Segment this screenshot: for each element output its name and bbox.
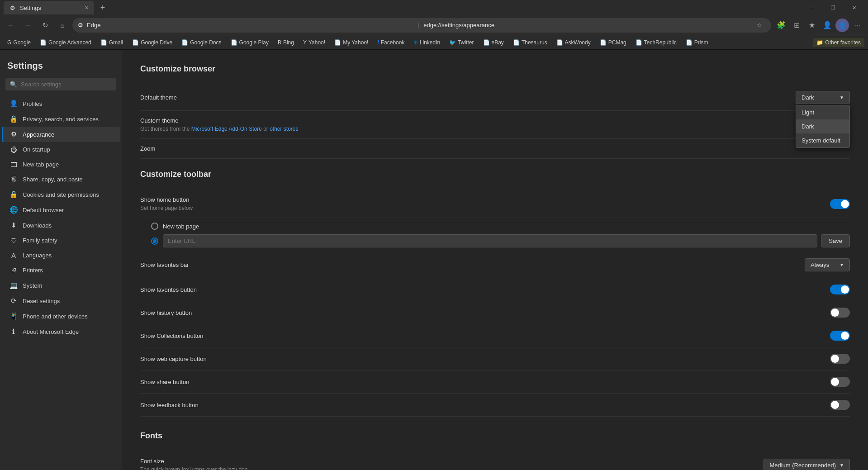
new-tab-button[interactable]: + — [96, 1, 109, 14]
restore-button[interactable]: ❐ — [823, 0, 844, 15]
home-button[interactable]: ⌂ — [55, 18, 70, 33]
bookmark-gmail[interactable]: 📄 Gmail — [97, 38, 127, 47]
search-settings-input[interactable] — [21, 81, 112, 88]
bookmark-google[interactable]: G Google — [4, 38, 34, 47]
show-webcapture-button-row: Show web capture button — [140, 347, 850, 370]
show-favorites-button-toggle[interactable] — [830, 285, 850, 294]
refresh-button[interactable]: ↻ — [38, 18, 52, 33]
extensions-icon[interactable]: 🧩 — [774, 18, 788, 33]
bookmark-prism[interactable]: 📄 Prism — [682, 38, 712, 47]
sidebar-label-privacy: Privacy, search, and services — [23, 116, 99, 123]
edge-addon-store-link[interactable]: Microsoft Edge Add-On Store — [191, 126, 262, 132]
sidebar-item-cookies[interactable]: 🔒 Cookies and site permissions — [2, 187, 120, 202]
doc-icon: 📄 — [132, 39, 139, 46]
sidebar-item-downloads[interactable]: ⬇ Downloads — [2, 218, 120, 233]
bookmark-label: Google Advanced — [48, 39, 91, 46]
bookmark-linkedin[interactable]: in LinkedIn — [410, 38, 444, 47]
sidebar-label-appearance: Appearance — [23, 131, 54, 138]
sidebar-item-profiles[interactable]: 👤 Profiles — [2, 96, 120, 111]
sidebar-item-share[interactable]: 🗐 Share, copy, and paste — [2, 172, 120, 187]
show-favorites-bar-row: Show favorites bar Always ▼ — [140, 252, 850, 278]
bookmark-ebay[interactable]: 📄 eBay — [479, 38, 508, 47]
show-history-button-toggle[interactable] — [830, 308, 850, 318]
show-webcapture-button-toggle[interactable] — [830, 354, 850, 364]
bookmark-myyahoo[interactable]: 📄 My Yahoo! — [331, 38, 372, 47]
sidebar-item-about[interactable]: ℹ About Microsoft Edge — [2, 324, 120, 339]
content-area: Customize browser Default theme Dark ▼ L… — [122, 50, 868, 470]
page-title: Customize browser — [140, 64, 850, 74]
languages-icon: A — [9, 252, 18, 259]
settings-more-button[interactable]: ··· — [850, 18, 864, 33]
sidebar-item-printers[interactable]: 🖨 Printers — [2, 263, 120, 278]
toggle-thumb — [831, 355, 839, 363]
home-url-save-button[interactable]: Save — [821, 234, 850, 247]
show-share-button-toggle[interactable] — [830, 377, 850, 387]
show-home-button-toggle[interactable] — [830, 199, 850, 209]
favorites-bar-dropdown[interactable]: Always ▼ — [805, 258, 850, 271]
theme-option-dark[interactable]: Dark — [796, 119, 849, 133]
profiles-icon: 👤 — [9, 100, 18, 108]
default-theme-dropdown-button[interactable]: Dark ▼ — [796, 91, 850, 104]
sidebar-item-phone[interactable]: 📱 Phone and other devices — [2, 309, 120, 324]
active-tab[interactable]: ⚙ Settings ✕ — [4, 1, 94, 14]
bookmark-label: My Yahoo! — [343, 39, 368, 46]
show-home-button-sub: Set home page below — [140, 205, 193, 211]
home-page-radio-group: New tab page Save — [140, 218, 850, 252]
theme-option-light[interactable]: Light — [796, 105, 849, 119]
minimize-button[interactable]: ─ — [802, 0, 823, 15]
custom-theme-label: Custom theme — [140, 117, 299, 124]
bookmark-twitter[interactable]: 🐦 Twitter — [446, 38, 477, 47]
bookmark-play[interactable]: 📄 Google Play — [227, 38, 272, 47]
chevron-down-icon: ▼ — [840, 95, 844, 100]
home-url-radio[interactable]: Save — [151, 234, 850, 247]
doc-icon: 📄 — [556, 39, 563, 46]
show-collections-button-toggle[interactable] — [830, 331, 850, 341]
bookmark-google-advanced[interactable]: 📄 Google Advanced — [36, 38, 95, 47]
account-icon[interactable]: 👤 — [820, 18, 835, 33]
favorites-button[interactable]: ★ — [805, 18, 819, 33]
bookmark-pcmag[interactable]: 📄 PCMag — [596, 38, 630, 47]
sidebar-item-system[interactable]: 💻 System — [2, 278, 120, 293]
appearance-icon: ⚙ — [9, 130, 18, 138]
profile-button[interactable]: 👤 — [835, 19, 849, 32]
newtab-icon: 🗖 — [9, 161, 18, 168]
sidebar-label-newtab: New tab page — [23, 161, 59, 168]
sidebar-item-default[interactable]: 🌐 Default browser — [2, 202, 120, 218]
theme-option-system[interactable]: System default — [796, 133, 849, 147]
bookmark-bing[interactable]: B Bing — [274, 38, 298, 47]
sidebar-item-newtab[interactable]: 🗖 New tab page — [2, 157, 120, 172]
forward-button[interactable]: → — [21, 18, 35, 33]
bookmark-askwoody[interactable]: 📄 AskWoody — [553, 38, 594, 47]
sidebar-item-appearance[interactable]: ⚙ Appearance — [2, 127, 120, 142]
show-history-button-row: Show history button — [140, 301, 850, 324]
sidebar-item-family[interactable]: 🛡 Family safety — [2, 233, 120, 248]
sidebar-item-privacy[interactable]: 🔒 Privacy, search, and services — [2, 111, 120, 127]
bookmark-label: TechRepublic — [644, 39, 677, 46]
sidebar-label-default: Default browser — [23, 207, 64, 214]
system-icon: 💻 — [9, 281, 18, 290]
bookmark-docs[interactable]: 📄 Google Docs — [178, 38, 225, 47]
show-feedback-button-toggle[interactable] — [830, 400, 850, 410]
bookmark-label: Bing — [283, 39, 294, 46]
sidebar-item-languages[interactable]: A Languages — [2, 248, 120, 263]
bookmark-drive[interactable]: 📄 Google Drive — [128, 38, 176, 47]
bookmark-techrepublic[interactable]: 📄 TechRepublic — [632, 38, 680, 47]
search-box[interactable]: 🔍 — [5, 78, 116, 90]
bookmark-thesaurus[interactable]: 📄 Thesaurus — [509, 38, 551, 47]
favorites-icon[interactable]: ☆ — [753, 19, 766, 32]
address-bar[interactable]: ⚙ Edge | edge://settings/appearance ☆ — [72, 18, 771, 33]
home-newtab-radio[interactable]: New tab page — [151, 223, 850, 230]
sidebar-item-reset[interactable]: ⟳ Reset settings — [2, 293, 120, 309]
font-size-dropdown[interactable]: Medium (Recommended) ▼ — [764, 459, 850, 470]
close-button[interactable]: ✕ — [844, 0, 864, 15]
back-button[interactable]: ← — [4, 18, 18, 33]
sidebar-item-startup[interactable]: ⏻ On startup — [2, 142, 120, 157]
bookmark-facebook[interactable]: f Facebook — [374, 38, 408, 47]
home-url-input[interactable] — [163, 234, 817, 247]
collections-icon[interactable]: ⊞ — [789, 18, 804, 33]
bookmark-yahoo[interactable]: Y Yahoo! — [299, 38, 329, 47]
google-icon: G — [7, 39, 11, 46]
other-stores-link[interactable]: other stores — [270, 126, 298, 132]
tab-close-button[interactable]: ✕ — [85, 5, 89, 11]
other-favorites-button[interactable]: 📁 Other favorites — [813, 38, 864, 47]
